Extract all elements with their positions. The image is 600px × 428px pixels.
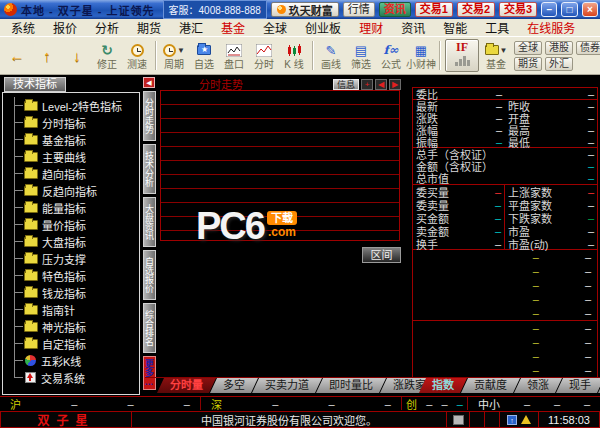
menu-gem[interactable]: 创业板	[296, 19, 350, 36]
menu-news[interactable]: 资讯	[392, 19, 434, 36]
tab-volume-ratio[interactable]: 即时量比	[316, 378, 386, 393]
bond-button[interactable]: 债券	[576, 41, 600, 55]
tree-item[interactable]: 反趋向指标	[6, 182, 139, 199]
menu-tools[interactable]: 工具	[476, 19, 518, 36]
period-button[interactable]: ▼周期	[159, 38, 189, 73]
folder-icon	[24, 322, 38, 332]
tree-item[interactable]: 自定指标	[6, 335, 139, 352]
global-button[interactable]: 全球	[514, 41, 542, 55]
market-sh[interactable]: 沪 – – –	[0, 397, 201, 410]
tree-item[interactable]: 量价指标	[6, 216, 139, 233]
tab-intraday-volume[interactable]: 分时量	[157, 378, 216, 393]
trade1-button[interactable]: 交易1	[415, 2, 453, 17]
vtab-intraday-trend[interactable]: 分时走势	[143, 91, 156, 141]
tree-item[interactable]: 主要曲线	[6, 148, 139, 165]
tree-item[interactable]: Level-2特色指标	[6, 97, 139, 114]
status-cell	[484, 411, 500, 428]
info-next-button[interactable]: ▶	[389, 79, 401, 90]
info-mine-button[interactable]: 信息	[333, 79, 359, 90]
news-button[interactable]: 资讯	[379, 2, 411, 17]
filter-button[interactable]: ▤筛选	[346, 38, 376, 73]
menu-futures[interactable]: 期货	[128, 19, 170, 36]
fund-button[interactable]: ▼基金	[481, 38, 511, 73]
vtab-technical-analysis[interactable]: 技术分析	[143, 144, 156, 194]
hk-stock-button[interactable]: 港股	[545, 41, 573, 55]
tree-item[interactable]: 压力支撑	[6, 250, 139, 267]
view-tab-strip: ◀ 分时走势 技术分析 大盘资讯 自选报价 综合排名 更多…	[142, 77, 156, 393]
futures-button[interactable]: 期货	[514, 57, 542, 71]
speed-test-button[interactable]: 测速	[122, 38, 152, 73]
market-chinext[interactable]: 创 – – –	[402, 397, 468, 410]
watchlist-folder-icon: ★	[197, 45, 211, 55]
tree-item[interactable]: 钱龙指标	[6, 284, 139, 301]
menu-wealth[interactable]: 理财	[350, 19, 392, 36]
vtab-watchlist-quotes[interactable]: 自选报价	[143, 250, 156, 300]
sidebar-header-tab[interactable]: 技术指标	[4, 77, 66, 92]
menu-smart[interactable]: 智能	[434, 19, 476, 36]
market-button[interactable]: 行情	[343, 2, 375, 17]
app-window: 本地 - 双子星 - 上证领先 客服：4008-888-888 玖天财富 行情 …	[0, 0, 600, 428]
orderbook-button[interactable]: 盘口	[219, 38, 249, 73]
back-button[interactable]: ←	[2, 38, 32, 73]
status-cell	[469, 411, 485, 428]
forex-button[interactable]: 外汇	[545, 57, 573, 71]
vtab-market-news[interactable]: 大盘资讯	[143, 197, 156, 247]
minimize-button[interactable]: –	[541, 2, 557, 17]
tab-buy-sell-power[interactable]: 买卖力道	[252, 378, 322, 393]
calculator-button[interactable]: ▦小财神	[406, 38, 436, 73]
titlebar: 本地 - 双子星 - 上证领先 客服：4008-888-888 玖天财富 行情 …	[0, 0, 600, 19]
down-button[interactable]: ↓	[62, 38, 92, 73]
if-index-button[interactable]: IF	[445, 39, 479, 72]
tree-item[interactable]: 交易系统	[6, 369, 139, 386]
tab-leaders[interactable]: 领涨	[514, 378, 562, 393]
watchlist-button[interactable]: ★自选	[189, 38, 219, 73]
menu-analysis[interactable]: 分析	[86, 19, 128, 36]
tree-item[interactable]: 分时指标	[6, 114, 139, 131]
market-sz[interactable]: 深 – – –	[201, 397, 402, 410]
brand-button[interactable]: 玖天财富	[271, 2, 339, 17]
printer-button[interactable]	[446, 411, 470, 428]
market-sme[interactable]: 中小 – – –	[468, 397, 600, 410]
menu-hk[interactable]: 港汇	[170, 19, 212, 36]
menu-online-service[interactable]: 在线服务	[518, 19, 584, 36]
clock-icon	[131, 44, 144, 57]
close-button[interactable]: ×	[582, 2, 598, 17]
collapse-sidebar-button[interactable]: ◀	[143, 77, 155, 88]
draw-line-button[interactable]: ✎画线	[316, 38, 346, 73]
tree-item[interactable]: 五彩K线	[6, 352, 139, 369]
chart-header: 分时走势 信息 + ◀ ▶	[157, 78, 411, 90]
alert-icon[interactable]	[521, 415, 531, 424]
menu-fund[interactable]: 基金	[212, 19, 254, 36]
menu-global[interactable]: 全球	[254, 19, 296, 36]
info-prev-button[interactable]: ◀	[375, 79, 387, 90]
vtab-more[interactable]: 更多…	[143, 356, 156, 390]
tab-index[interactable]: 指数	[419, 378, 467, 393]
orderbook-icon	[226, 44, 242, 57]
trade2-button[interactable]: 交易2	[457, 2, 495, 17]
restore-button[interactable]: □	[561, 2, 577, 17]
tree-item[interactable]: 特色指标	[6, 267, 139, 284]
kline-button[interactable]: K 线	[279, 38, 309, 73]
fix-button[interactable]: ↻修正	[92, 38, 122, 73]
tree-item[interactable]: 基金指标	[6, 131, 139, 148]
up-button[interactable]: ↑	[32, 38, 62, 73]
tree-item[interactable]: 趋向指标	[6, 165, 139, 182]
tab-contribution[interactable]: 贡献度	[461, 378, 520, 393]
trade3-button[interactable]: 交易3	[499, 2, 537, 17]
info-add-button[interactable]: +	[361, 79, 373, 90]
range-button[interactable]: 区间	[362, 247, 401, 263]
intraday-button[interactable]: 分时	[249, 38, 279, 73]
statusbar: 双子星 中国银河证券股份有限公司欢迎您。 ↑ 11:58:03	[0, 410, 600, 428]
folder-icon	[24, 169, 38, 179]
tab-long-short[interactable]: 多空	[210, 378, 258, 393]
tree-item[interactable]: 指南针	[6, 301, 139, 318]
tree-item[interactable]: 能量指标	[6, 199, 139, 216]
upload-icon[interactable]: ↑	[507, 415, 517, 425]
menu-system[interactable]: 系统	[2, 19, 44, 36]
tab-current-volume[interactable]: 现手	[556, 378, 600, 393]
vtab-ranking[interactable]: 综合排名	[143, 303, 156, 353]
formula-button[interactable]: f∞公式	[376, 38, 406, 73]
tree-item[interactable]: 神光指标	[6, 318, 139, 335]
tree-item[interactable]: 大盘指标	[6, 233, 139, 250]
menu-quotes[interactable]: 报价	[44, 19, 86, 36]
